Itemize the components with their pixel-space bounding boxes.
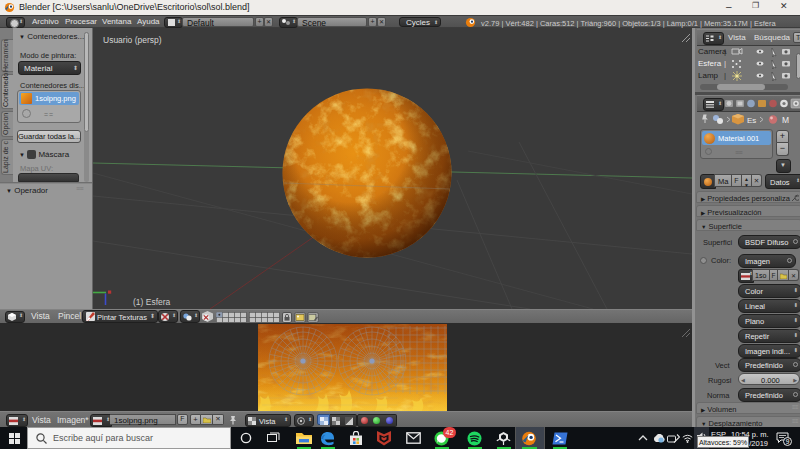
svg-text:M: M [782,115,789,125]
svg-text:Es: Es [747,116,756,125]
